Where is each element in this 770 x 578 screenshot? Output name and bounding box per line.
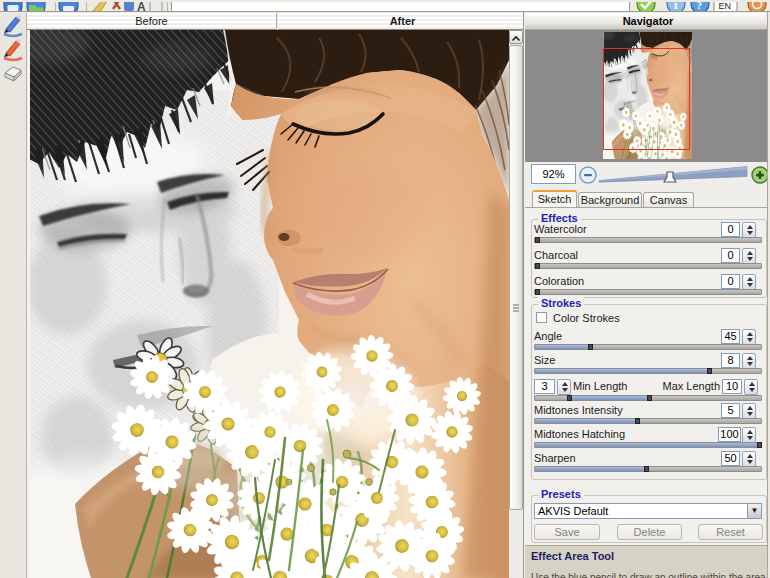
svg-text:A: A (137, 2, 146, 12)
svg-text:EN: EN (719, 2, 732, 11)
svg-text:?: ? (697, 2, 703, 11)
